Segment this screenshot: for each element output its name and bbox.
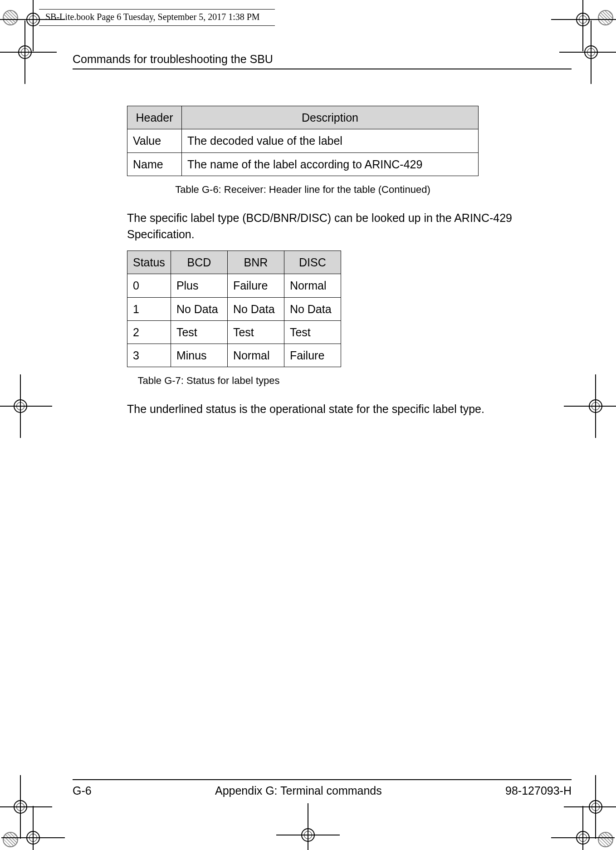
cell: The name of the label according to ARINC… — [182, 152, 479, 176]
crop-line — [39, 25, 275, 26]
cell: Name — [127, 152, 182, 176]
cell: Test — [227, 320, 284, 344]
registration-mark-icon — [301, 828, 315, 842]
cell: Failure — [284, 344, 341, 367]
footer-page-no: G-6 — [73, 784, 92, 797]
table-g7: Status BCD BNR DISC 0 Plus Failure Norma… — [127, 251, 341, 367]
crop-line — [39, 9, 275, 10]
table-row: Name The name of the label according to … — [127, 152, 479, 176]
cell: No Data — [284, 297, 341, 320]
registration-mark-icon — [14, 399, 27, 413]
page-footer: G-6 Appendix G: Terminal commands 98-127… — [73, 784, 572, 797]
cell: The decoded value of the label — [182, 129, 479, 152]
footer-center: Appendix G: Terminal commands — [215, 784, 382, 797]
cell: 0 — [127, 274, 171, 297]
th-bcd: BCD — [171, 251, 227, 274]
crop-mark-icon — [3, 832, 18, 847]
footer-doc-no: 98-127093-H — [505, 784, 572, 797]
cell: Normal — [227, 344, 284, 367]
cell: Normal — [284, 274, 341, 297]
table-g7-caption: Table G-7: Status for label types — [127, 373, 290, 388]
registration-mark-icon — [589, 399, 602, 413]
table-g6-caption: Table G-6: Receiver: Header line for the… — [127, 182, 479, 197]
th-status: Status — [127, 251, 171, 274]
th-description: Description — [182, 106, 479, 129]
registration-mark-icon — [589, 800, 602, 814]
cell: No Data — [227, 297, 284, 320]
table-row: Status BCD BNR DISC — [127, 251, 341, 274]
cell: Test — [284, 320, 341, 344]
cell: Value — [127, 129, 182, 152]
paragraph: The specific label type (BCD/BNR/DISC) c… — [127, 210, 572, 243]
registration-mark-icon — [584, 45, 598, 59]
table-g6: Header Description Value The decoded val… — [127, 106, 479, 176]
cell: Minus — [171, 344, 227, 367]
th-header: Header — [127, 106, 182, 129]
registration-mark-icon — [14, 800, 27, 814]
th-bnr: BNR — [227, 251, 284, 274]
registration-mark-icon — [18, 45, 32, 59]
registration-mark-icon — [576, 831, 590, 845]
running-head: SB-Lite.book Page 6 Tuesday, September 5… — [45, 12, 260, 22]
crop-mark-icon — [598, 832, 613, 847]
registration-mark-icon — [26, 831, 40, 845]
page-frame: Commands for troubleshooting the SBU Hea… — [73, 53, 572, 805]
cell: Plus — [171, 274, 227, 297]
table-row: 1 No Data No Data No Data — [127, 297, 341, 320]
crop-line — [577, 19, 616, 20]
table-row: Header Description — [127, 106, 479, 129]
cell: 1 — [127, 297, 171, 320]
cell: No Data — [171, 297, 227, 320]
table-row: Value The decoded value of the label — [127, 129, 479, 152]
footer-rule — [73, 779, 572, 780]
table-row: 3 Minus Normal Failure — [127, 344, 341, 367]
crop-mark-icon — [3, 10, 18, 25]
paragraph: The underlined status is the operational… — [127, 401, 572, 417]
cell: 3 — [127, 344, 171, 367]
cell: Failure — [227, 274, 284, 297]
cell: Test — [171, 320, 227, 344]
crop-line — [0, 19, 39, 20]
section-title: Commands for troubleshooting the SBU — [73, 53, 572, 69]
table-row: 2 Test Test Test — [127, 320, 341, 344]
page-content: Header Description Value The decoded val… — [127, 106, 572, 418]
crop-mark-icon — [598, 10, 613, 25]
cell: 2 — [127, 320, 171, 344]
table-row: 0 Plus Failure Normal — [127, 274, 341, 297]
th-disc: DISC — [284, 251, 341, 274]
